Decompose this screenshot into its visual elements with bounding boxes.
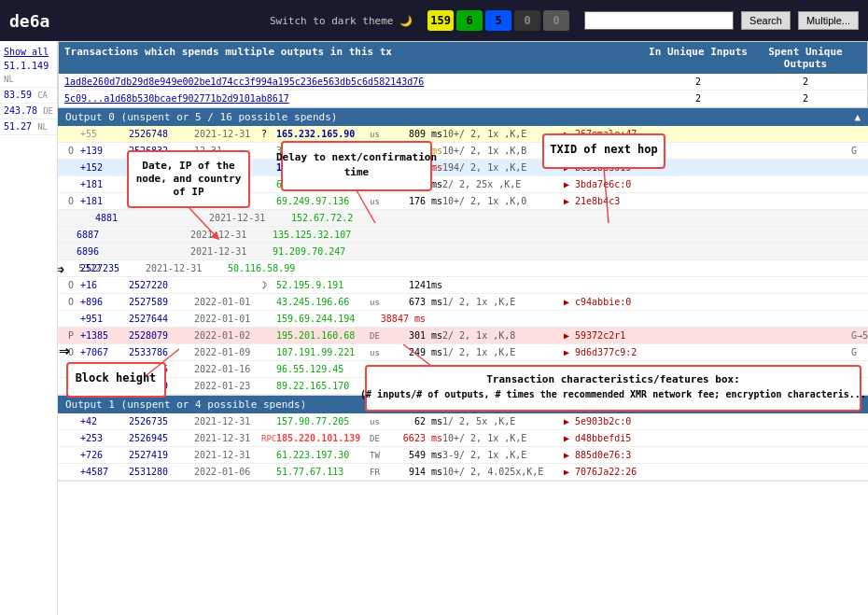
- list-item: O +139 2526832 12-31 38.147.33.64 us 620…: [58, 143, 868, 160]
- theme-button[interactable]: Switch to dark theme 🌙: [270, 15, 413, 27]
- list-item: +55 2526748 2021-12-31 ? 165.232.165.90 …: [58, 126, 868, 143]
- badge-0a[interactable]: 0: [514, 10, 540, 31]
- sidebar: Show all 51.1.149 NL 83.59 CA 243.78 DE …: [0, 41, 58, 615]
- badge-5[interactable]: 5: [485, 10, 511, 31]
- content-area: Date, IP of the node, and country of IP …: [58, 41, 868, 615]
- list-item: O +7067 2533786 2022-01-09 107.191.99.22…: [58, 344, 868, 361]
- search-button[interactable]: Search: [741, 11, 791, 30]
- tx-table-header: Transactions which spends multiple outpu…: [59, 42, 867, 74]
- output-1-arrow: ▲: [854, 398, 861, 411]
- list-item: +951 2527644 2022-01-01 159.69.244.194 3…: [58, 311, 868, 328]
- output-0-arrow: ▲: [854, 111, 861, 123]
- table-row: 5c09...a1d68b530bcaef902771b2d9101ab8617…: [59, 91, 867, 107]
- output-1-section: Output 1 (unspent or 4 possible spends) …: [58, 396, 868, 482]
- sidebar-item-3[interactable]: 51.27 NL: [0, 119, 57, 135]
- sidebar-item-0[interactable]: 51.1.149 NL: [0, 59, 57, 88]
- sidebar-item-2[interactable]: 243.78 DE: [0, 104, 57, 119]
- badge-0b[interactable]: 0: [543, 10, 569, 31]
- tx-table-section: Transactions which spends multiple outpu…: [58, 41, 868, 108]
- list-item: +152 2526845 2021-12-31 188.214.128.103 …: [58, 160, 868, 176]
- list-item: +4587 2531280 2022-01-06 51.77.67.113 FR…: [58, 464, 868, 481]
- list-item: 6896 2021-12-31 91.209.70.247: [58, 244, 868, 260]
- tx-col-header-main: Transactions which spends multiple outpu…: [64, 46, 647, 70]
- list-item: +726 2527419 2021-12-31 61.223.197.30 TW…: [58, 447, 868, 464]
- tx-unique-out-0: 2: [749, 77, 861, 87]
- badge-159[interactable]: 159: [427, 10, 454, 31]
- list-item: +181 2526874 2021-12-31 69.249.97.136 us…: [58, 176, 868, 193]
- tx-unique-in-1: 2: [647, 93, 749, 104]
- list-item: O +16 2527220 ☽ 52.195.9.191 1241ms: [58, 277, 868, 294]
- list-item: +16736 2543429 2022-01-23 89.22.165.170 …: [58, 378, 868, 395]
- tx-col-header-unique-out: Spent Unique Outputs: [749, 46, 861, 70]
- output-0-header: Output 0 (unspent or 5 / 16 possible spe…: [58, 108, 868, 126]
- list-item: ⇒ 5322 2527235 2021-12-31 50.116.58.99: [58, 260, 868, 277]
- list-item: +42 2526735 2021-12-31 157.90.77.205 us …: [58, 413, 868, 430]
- content-wrapper: Date, IP of the node, and country of IP …: [58, 41, 868, 482]
- list-item: O +181 2526874 2021-12-31 69.249.97.136 …: [58, 193, 868, 210]
- main-layout: Show all 51.1.149 NL 83.59 CA 243.78 DE …: [0, 41, 868, 615]
- search-input[interactable]: [584, 11, 734, 30]
- list-item: P +1385 2528079 2022-01-02 195.201.160.6…: [58, 328, 868, 344]
- tx-unique-out-1: 2: [749, 93, 861, 104]
- badge-container: 159 6 5 0 0: [427, 10, 569, 31]
- tx-col-header-unique-in: In Unique Inputs: [647, 46, 749, 70]
- list-item: 4881 2021-12-31 152.67.72.2: [58, 210, 868, 227]
- app-header: de6a Switch to dark theme 🌙 159 6 5 0 0 …: [0, 0, 868, 41]
- output-0-title: Output 0 (unspent or 5 / 16 possible spe…: [65, 111, 337, 123]
- tx-unique-in-0: 2: [647, 77, 749, 87]
- multiple-button[interactable]: Multiple...: [798, 11, 859, 30]
- list-item: 6887 2021-12-31 135.125.32.107: [58, 227, 868, 244]
- app-title: de6a: [9, 11, 49, 31]
- output-1-header: Output 1 (unspent or 4 possible spends) …: [58, 396, 868, 413]
- tx-hash-0[interactable]: 1ad8e260d7db29d8e949e002be1d74cc3f994a19…: [64, 77, 647, 87]
- badge-6[interactable]: 6: [456, 10, 483, 31]
- output-0-section: Output 0 (unspent or 5 / 16 possible spe…: [58, 108, 868, 396]
- table-row: 1ad8e260d7db29d8e949e002be1d74cc3f994a19…: [59, 74, 867, 91]
- output-1-title: Output 1 (unspent or 4 possible spends): [65, 398, 306, 411]
- list-item: +253 2526945 2021-12-31 RPC: 185.220.101…: [58, 430, 868, 447]
- show-all-link[interactable]: Show all: [0, 45, 57, 59]
- list-item: O +13396 2540085 2022-01-16 96.55.129.45…: [58, 361, 868, 378]
- sidebar-item-1[interactable]: 83.59 CA: [0, 88, 57, 104]
- list-item: O +896 2527589 2022-01-01 43.245.196.66 …: [58, 294, 868, 311]
- tx-hash-1[interactable]: 5c09...a1d68b530bcaef902771b2d9101ab8617: [64, 93, 647, 104]
